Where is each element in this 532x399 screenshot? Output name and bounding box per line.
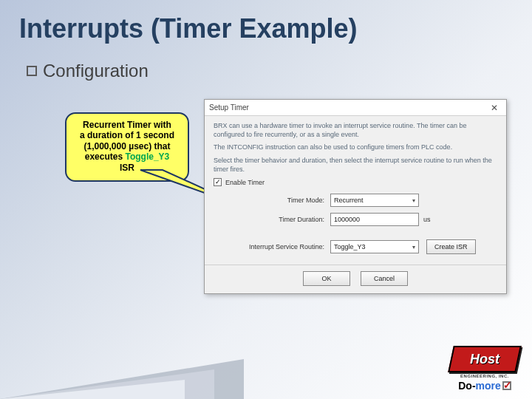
dialog-description: The INTCONFIG instruction can also be us… <box>214 143 497 152</box>
triangle-icon <box>0 380 185 399</box>
dialog-titlebar: Setup Timer ✕ <box>205 100 506 116</box>
close-icon: ✕ <box>491 103 498 113</box>
domore-do: Do- <box>458 380 475 392</box>
chevron-down-icon: ▾ <box>412 197 415 204</box>
dialog-body: BRX can use a hardware timer to invoke a… <box>205 116 506 265</box>
dialog-description: BRX can use a hardware timer to invoke a… <box>214 122 497 139</box>
chevron-down-icon: ▾ <box>412 244 415 250</box>
slide-title: Interrupts (Timer Example) <box>0 0 532 44</box>
timer-mode-row: Timer Mode: Recurrent ▾ <box>214 194 497 207</box>
timer-duration-input[interactable] <box>330 213 419 226</box>
setup-timer-dialog: Setup Timer ✕ BRX can use a hardware tim… <box>204 99 507 294</box>
callout-line: Recurrent Timer with <box>74 120 180 130</box>
bullet-row: Configuration <box>0 44 532 81</box>
close-button[interactable]: ✕ <box>484 101 505 115</box>
timer-duration-unit: us <box>423 216 431 223</box>
callout-line: executes Toggle_Y3 <box>74 151 180 162</box>
callout-line: a duration of 1 second <box>74 130 180 140</box>
decoration-triangles <box>0 347 266 399</box>
dialog-title: Setup Timer <box>209 103 249 112</box>
timer-mode-value: Recurrent <box>334 197 364 204</box>
timer-duration-row: Timer Duration: us <box>214 213 497 226</box>
checkmark-icon <box>502 381 511 390</box>
host-logo-subtext: ENGINEERING, INC. <box>460 374 509 378</box>
isr-row: Interrupt Service Routine: Toggle_Y3 ▾ C… <box>214 239 497 254</box>
cancel-button[interactable]: Cancel <box>361 271 408 286</box>
dialog-description: Select the timer behavior and duration, … <box>214 157 497 174</box>
ok-button[interactable]: OK <box>303 271 350 286</box>
host-logo-text: Host <box>470 352 499 367</box>
host-logo: Host <box>448 346 522 372</box>
domore-logo: Do-more <box>458 380 511 392</box>
domore-more: more <box>476 380 501 392</box>
dialog-footer: OK Cancel <box>205 265 506 293</box>
timer-mode-label: Timer Mode: <box>214 197 330 204</box>
isr-label: Interrupt Service Routine: <box>214 243 330 250</box>
enable-timer-checkbox[interactable]: ✓ <box>214 178 222 186</box>
callout-isr-name: Toggle_Y3 <box>125 151 169 162</box>
enable-timer-row: ✓ Enable Timer <box>214 178 497 186</box>
bullet-square-icon <box>27 66 37 76</box>
bullet-text: Configuration <box>43 61 149 81</box>
enable-timer-label: Enable Timer <box>225 179 265 186</box>
create-isr-button[interactable]: Create ISR <box>426 239 476 254</box>
callout-line: (1,000,000 µsec) that <box>74 141 180 151</box>
logo-area: Host ENGINEERING, INC. Do-more <box>448 346 522 392</box>
isr-select[interactable]: Toggle_Y3 ▾ <box>330 240 419 253</box>
timer-duration-label: Timer Duration: <box>214 216 330 223</box>
timer-mode-select[interactable]: Recurrent ▾ <box>330 194 419 207</box>
isr-value: Toggle_Y3 <box>334 243 366 250</box>
